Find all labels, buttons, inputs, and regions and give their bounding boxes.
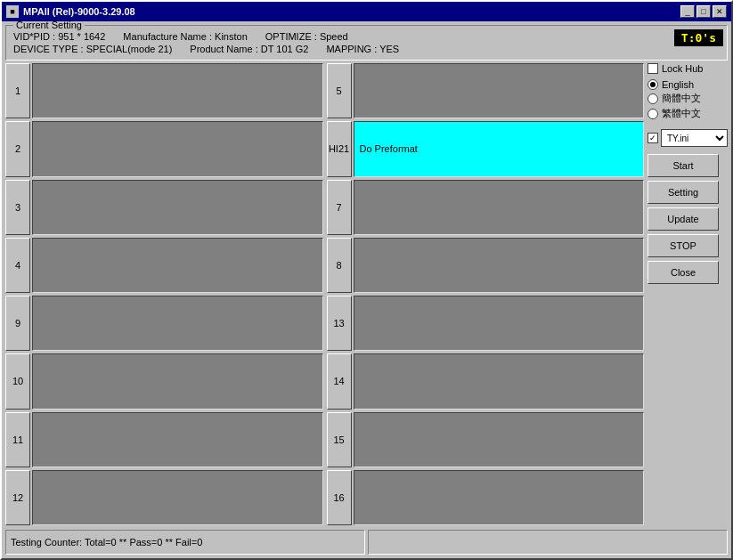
maximize-button[interactable]: □ — [696, 5, 711, 18]
lock-hub-row: Lock Hub — [647, 63, 728, 74]
title-bar: ■ MPAll (Rel)-9000-3.29.08 _ □ ✕ — [2, 2, 731, 21]
vid-pid-value: 951 * 1642 — [58, 31, 105, 42]
main-area: 12349101112 5HI21Do Preformat7813141516 … — [5, 63, 728, 525]
slot-display — [32, 412, 323, 467]
slot-num-button[interactable]: 13 — [327, 296, 352, 351]
slot-row: 3 — [5, 180, 323, 235]
slot-row: 5 — [327, 63, 645, 118]
optimize-value: Speed — [320, 31, 348, 42]
slot-num-button[interactable]: 12 — [5, 470, 30, 525]
optimize-label: OPTIMIZE : — [265, 31, 317, 42]
radio-traditional-label: 繁體中文 — [662, 107, 701, 120]
radio-traditional-circle — [647, 109, 658, 119]
slot-num-button[interactable]: 9 — [5, 296, 30, 351]
product-name-label: Product Name : — [190, 44, 257, 54]
slot-num-button[interactable]: 8 — [327, 238, 352, 293]
window-title: MPAll (Rel)-9000-3.29.08 — [23, 6, 135, 17]
update-button[interactable]: Update — [647, 207, 719, 231]
slot-num-button[interactable]: HI21 — [327, 121, 352, 176]
window-body: Current Setting VID*PID : 951 * 1642 Man… — [2, 21, 731, 558]
optimize: OPTIMIZE : Speed — [265, 31, 348, 42]
device-type-label: DEVICE TYPE : — [13, 44, 84, 54]
slot-column-left: 12349101112 — [5, 63, 323, 525]
slot-num-button[interactable]: 7 — [327, 180, 352, 235]
product-name: Product Name : DT 101 G2 — [190, 44, 308, 54]
ini-select-row: ✓ TY.ini — [647, 129, 728, 147]
current-setting-legend: Current Setting — [13, 21, 85, 30]
slot-row: 15 — [327, 412, 645, 467]
radio-simplified-label: 簡體中文 — [662, 92, 701, 105]
slot-row: 16 — [327, 470, 645, 525]
manufacture: Manufacture Name : Kinston — [123, 31, 247, 42]
vid-pid-label: VID*PID : — [13, 31, 55, 42]
slot-row: 1 — [5, 63, 323, 118]
slot-display — [354, 412, 645, 467]
slot-display — [32, 180, 323, 235]
slot-display — [32, 63, 323, 118]
main-window: ■ MPAll (Rel)-9000-3.29.08 _ □ ✕ Current… — [0, 0, 733, 560]
slot-num-button[interactable]: 2 — [5, 121, 30, 176]
slot-num-button[interactable]: 15 — [327, 412, 352, 467]
slot-row: 11 — [5, 412, 323, 467]
stop-button[interactable]: STOP — [647, 234, 719, 257]
status-bar: Testing Counter: Total=0 ** Pass=0 ** Fa… — [5, 530, 728, 555]
slot-row: 9 — [5, 296, 323, 351]
slots-area: 12349101112 5HI21Do Preformat7813141516 — [5, 63, 644, 525]
slot-row: 7 — [327, 180, 645, 235]
status-counter: Testing Counter: Total=0 ** Pass=0 ** Fa… — [11, 537, 202, 548]
setting-row-1: VID*PID : 951 * 1642 Manufacture Name : … — [13, 31, 720, 42]
radio-simplified-circle — [647, 93, 658, 104]
slot-row: 10 — [5, 353, 323, 409]
slot-column-right: 5HI21Do Preformat7813141516 — [327, 63, 645, 525]
slot-row: 12 — [5, 470, 323, 525]
title-bar-left: ■ MPAll (Rel)-9000-3.29.08 — [6, 5, 135, 18]
manufacture-label: Manufacture Name : — [123, 31, 212, 42]
radio-english-circle — [647, 79, 658, 90]
radio-english-label: English — [662, 79, 694, 90]
lock-hub-label: Lock Hub — [662, 63, 703, 74]
device-type: DEVICE TYPE : SPECIAL(mode 21) — [13, 44, 172, 54]
slot-num-button[interactable]: 10 — [5, 353, 30, 409]
lock-hub-checkbox[interactable] — [647, 63, 658, 74]
slot-display — [354, 180, 645, 235]
status-right — [368, 530, 728, 555]
slot-display — [32, 470, 323, 525]
start-button[interactable]: Start — [647, 154, 719, 177]
slot-row: 13 — [327, 296, 645, 351]
close-button-panel[interactable]: Close — [647, 261, 719, 284]
slot-display — [354, 238, 645, 293]
slot-num-button[interactable]: 5 — [327, 63, 352, 118]
slot-num-button[interactable]: 1 — [5, 63, 30, 118]
radio-simplified[interactable]: 簡體中文 — [647, 92, 728, 105]
slot-row: 2 — [5, 121, 323, 176]
close-button[interactable]: ✕ — [713, 5, 727, 18]
slot-row: 8 — [327, 238, 645, 293]
vid-pid: VID*PID : 951 * 1642 — [13, 31, 105, 42]
manufacture-value: Kinston — [215, 31, 248, 42]
right-panel: Lock Hub English 簡體中文 繁體中文 — [647, 63, 728, 525]
slot-num-button[interactable]: 14 — [327, 353, 352, 409]
radio-english[interactable]: English — [647, 79, 728, 90]
slot-display — [354, 470, 645, 525]
slot-row: 4 — [5, 238, 323, 293]
slot-num-button[interactable]: 3 — [5, 180, 30, 235]
slot-row: 14 — [327, 353, 645, 409]
slot-row: HI21Do Preformat — [327, 121, 645, 176]
app-icon: ■ — [6, 5, 19, 18]
setting-row-2: DEVICE TYPE : SPECIAL(mode 21) Product N… — [13, 44, 720, 54]
setting-button[interactable]: Setting — [647, 181, 719, 204]
slot-num-button[interactable]: 16 — [327, 470, 352, 525]
language-radio-group: English 簡體中文 繁體中文 — [647, 79, 728, 120]
slot-display: Do Preformat — [354, 121, 645, 176]
ini-checkbox[interactable]: ✓ — [647, 133, 658, 143]
slot-display — [354, 353, 645, 409]
slot-display — [32, 121, 323, 176]
slot-display — [32, 353, 323, 409]
minimize-button[interactable]: _ — [680, 5, 695, 18]
ini-select[interactable]: TY.ini — [661, 129, 728, 147]
slot-display — [32, 238, 323, 293]
radio-traditional[interactable]: 繁體中文 — [647, 107, 728, 120]
slot-num-button[interactable]: 11 — [5, 412, 30, 467]
mapping-label: MAPPING : — [326, 44, 377, 54]
slot-num-button[interactable]: 4 — [5, 238, 30, 293]
